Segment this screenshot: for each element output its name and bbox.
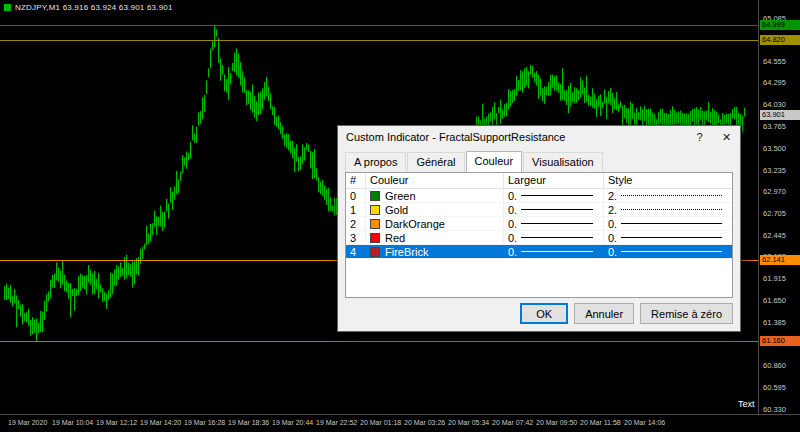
largeur-cell[interactable]: 0. (504, 231, 604, 244)
price-axis-label: 64.295 (763, 78, 786, 87)
price-axis[interactable]: 65.08564.82064.55564.29564.03063.76563.5… (758, 0, 800, 414)
dialog-buttons: OK Annuler Remise à zéro (520, 303, 733, 324)
time-axis-label: 19 Mar 16:28 (184, 419, 225, 426)
width-line-preview (521, 237, 593, 238)
color-name: Gold (385, 204, 408, 216)
tab-couleur[interactable]: Couleur (466, 151, 523, 172)
style-cell[interactable]: 0. (604, 245, 732, 258)
largeur-cell[interactable]: 0. (504, 245, 604, 258)
time-axis-label: 19 Mar 18:36 (228, 419, 269, 426)
price-axis-label: 61.650 (763, 296, 786, 305)
indicator-hline[interactable] (0, 25, 758, 26)
price-axis-label: 61.915 (763, 274, 786, 283)
price-axis-label: 60.595 (763, 383, 786, 392)
row-index: 0 (346, 189, 366, 202)
width-line-preview (521, 223, 593, 224)
color-swatch[interactable] (370, 219, 380, 229)
time-axis-label: 19 Mar 14:20 (140, 419, 181, 426)
color-swatch[interactable] (370, 247, 380, 257)
reset-button[interactable]: Remise à zéro (640, 303, 733, 324)
largeur-cell[interactable]: 0. (504, 189, 604, 202)
price-axis-label: 63.235 (763, 166, 786, 175)
row-index: 2 (346, 217, 366, 230)
header-couleur: Couleur (366, 173, 504, 188)
custom-indicator-dialog: Custom Indicator - FractalSupportResista… (337, 125, 741, 332)
style-line-preview (621, 251, 722, 252)
row-index: 4 (346, 245, 366, 258)
cancel-button[interactable]: Annuler (574, 303, 634, 324)
price-axis-label: 61.385 (763, 318, 786, 327)
price-tag: 64.999 (760, 20, 800, 30)
price-axis-label: 60.860 (763, 361, 786, 370)
chart-text-object[interactable]: Text (738, 399, 755, 409)
style-line-preview (621, 223, 722, 224)
table-header: # Couleur Largeur Style (346, 173, 732, 189)
price-axis-label: 64.555 (763, 57, 786, 66)
largeur-value: 0. (508, 232, 517, 244)
price-tag: 64.820 (760, 35, 800, 45)
color-name: Green (385, 190, 416, 202)
largeur-value: 0. (508, 218, 517, 230)
color-name-cell[interactable]: Green (366, 189, 504, 202)
price-tag: 61.160 (760, 336, 800, 346)
color-name-cell[interactable]: Red (366, 231, 504, 244)
style-value: 0. (608, 232, 617, 244)
time-axis-label: 20 Mar 07:42 (492, 419, 533, 426)
close-icon[interactable]: ✕ (713, 126, 740, 148)
color-row-red[interactable]: 3Red0.0. (346, 231, 732, 245)
price-axis-label: 62.970 (763, 187, 786, 196)
color-swatch[interactable] (370, 191, 380, 201)
style-line-preview (621, 209, 722, 210)
price-tag: 63.901 (760, 110, 800, 120)
tab-general[interactable]: Général (407, 152, 464, 173)
price-axis-label: 63.500 (763, 144, 786, 153)
price-tag: 62.141 (760, 255, 800, 265)
largeur-cell[interactable]: 0. (504, 217, 604, 230)
style-cell[interactable]: 2. (604, 189, 732, 202)
tab-visualisation[interactable]: Visualisation (523, 152, 603, 173)
color-row-firebrick[interactable]: 4FireBrick0.0. (346, 245, 732, 259)
price-axis-label: 60.330 (763, 405, 786, 414)
help-icon[interactable]: ? (686, 126, 713, 148)
style-line-preview (621, 237, 722, 238)
color-name-cell[interactable]: DarkOrange (366, 217, 504, 230)
mt4-chart-window: NZDJPY,M1 63.916 63.924 63.901 63.901 Te… (0, 0, 800, 432)
largeur-value: 0. (508, 204, 517, 216)
width-line-preview (521, 195, 593, 196)
time-axis[interactable]: 19 Mar 202019 Mar 10:0419 Mar 12:1219 Ma… (0, 414, 800, 432)
style-value: 2. (608, 204, 617, 216)
largeur-value: 0. (508, 246, 517, 258)
price-axis-label: 64.030 (763, 100, 786, 109)
color-name-cell[interactable]: FireBrick (366, 245, 504, 258)
header-style: Style (604, 173, 732, 188)
tab-strip: A propos Général Couleur Visualisation (338, 148, 740, 172)
price-axis-label: 62.705 (763, 209, 786, 218)
color-row-green[interactable]: 0Green0.2. (346, 189, 732, 203)
style-cell[interactable]: 2. (604, 203, 732, 216)
color-swatch[interactable] (370, 205, 380, 215)
table-body: 0Green0.2.1Gold0.2.2DarkOrange0.0.3Red0.… (346, 189, 732, 259)
color-row-gold[interactable]: 1Gold0.2. (346, 203, 732, 217)
color-name: FireBrick (385, 246, 428, 258)
color-name: DarkOrange (385, 218, 445, 230)
color-name-cell[interactable]: Gold (366, 203, 504, 216)
color-swatch[interactable] (370, 233, 380, 243)
style-value: 0. (608, 246, 617, 258)
time-axis-label: 20 Mar 03:26 (404, 419, 445, 426)
largeur-cell[interactable]: 0. (504, 203, 604, 216)
width-line-preview (521, 209, 593, 210)
indicator-hline[interactable] (0, 40, 758, 41)
header-index: # (346, 173, 366, 188)
largeur-value: 0. (508, 190, 517, 202)
indicator-hline[interactable] (0, 341, 758, 342)
color-row-darkorange[interactable]: 2DarkOrange0.0. (346, 217, 732, 231)
color-settings-list: # Couleur Largeur Style 0Green0.2.1Gold0… (345, 172, 733, 298)
style-value: 2. (608, 190, 617, 202)
style-cell[interactable]: 0. (604, 217, 732, 230)
style-cell[interactable]: 0. (604, 231, 732, 244)
tab-a-propos[interactable]: A propos (345, 152, 406, 173)
ok-button[interactable]: OK (520, 303, 568, 324)
time-axis-label: 20 Mar 01:18 (360, 419, 401, 426)
time-axis-label: 20 Mar 09:50 (536, 419, 577, 426)
dialog-titlebar[interactable]: Custom Indicator - FractalSupportResista… (338, 126, 740, 148)
